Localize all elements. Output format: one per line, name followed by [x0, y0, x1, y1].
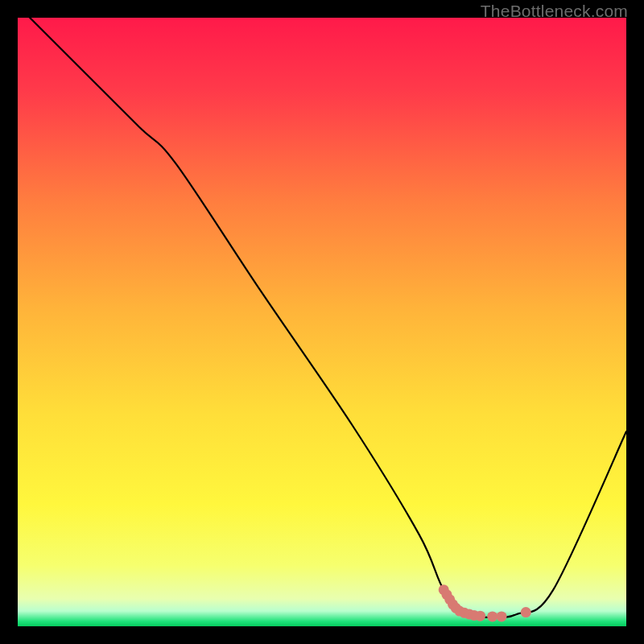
bottleneck-chart	[18, 18, 626, 626]
optimal-marker	[497, 611, 507, 621]
optimal-marker	[487, 611, 497, 621]
watermark-text: TheBottleneck.com	[481, 2, 628, 21]
optimal-marker	[475, 611, 485, 621]
gradient-background	[18, 18, 626, 626]
optimal-marker	[521, 607, 531, 617]
chart-frame	[18, 18, 626, 626]
